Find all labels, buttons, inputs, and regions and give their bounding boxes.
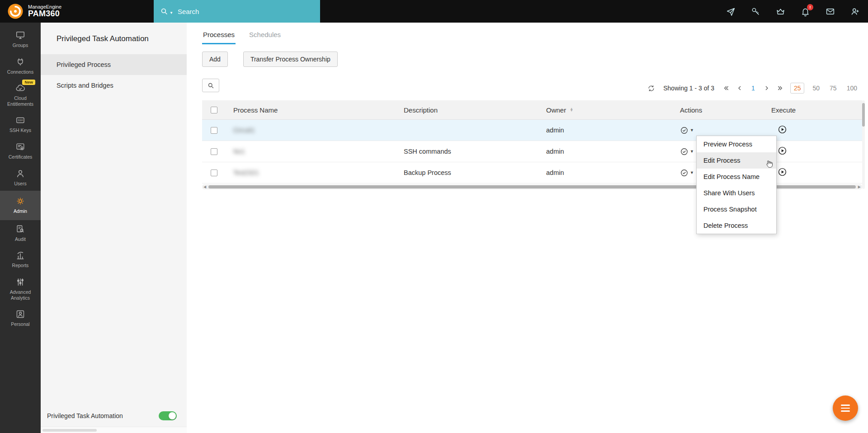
send-icon[interactable] bbox=[726, 7, 736, 16]
main-content: Processes Schedules Add Transfer Process… bbox=[187, 23, 868, 433]
toggle-knob bbox=[169, 412, 176, 419]
sidebar-item-label: Audit bbox=[15, 236, 26, 242]
sidebar-item-label: Personal bbox=[11, 321, 29, 327]
bar-chart-icon bbox=[15, 250, 25, 260]
select-all-checkbox[interactable] bbox=[211, 107, 217, 113]
process-owner: admin bbox=[539, 169, 673, 176]
search-icon bbox=[208, 82, 214, 89]
feature-toggle[interactable] bbox=[159, 411, 177, 420]
tab-bar: Processes Schedules bbox=[202, 27, 282, 44]
user-add-icon[interactable] bbox=[850, 7, 860, 16]
search-input[interactable] bbox=[178, 8, 314, 15]
sidebar-item-admin[interactable]: Admin bbox=[0, 191, 41, 220]
hamburger-icon bbox=[841, 405, 850, 406]
process-owner: admin bbox=[539, 127, 673, 134]
topbar: ManageEngine PAM360 ▼ ! bbox=[0, 0, 868, 23]
page-size-100[interactable]: 100 bbox=[845, 83, 859, 93]
floating-menu-button[interactable] bbox=[833, 395, 858, 421]
process-description: SSH commands bbox=[396, 148, 539, 155]
gear-icon bbox=[15, 196, 25, 206]
refresh-icon[interactable] bbox=[647, 85, 655, 92]
sidebar-item-cloud-entitlements[interactable]: New Cloud Entitlements bbox=[0, 79, 41, 111]
notifications-icon[interactable]: ! bbox=[801, 7, 810, 16]
play-circle-icon bbox=[778, 146, 787, 155]
row-actions-context-menu: Preview Process Edit Process Edit Proces… bbox=[696, 136, 777, 234]
execute-button[interactable] bbox=[764, 146, 862, 157]
first-page-icon[interactable] bbox=[722, 85, 730, 92]
brand[interactable]: ManageEngine PAM360 bbox=[0, 0, 154, 23]
page-size-25[interactable]: 25 bbox=[790, 83, 805, 94]
actions-check-circle-icon bbox=[680, 169, 689, 177]
actions-caret-icon: ▼ bbox=[690, 149, 694, 154]
sidebar-item-groups[interactable]: Groups bbox=[0, 26, 41, 53]
key-icon[interactable] bbox=[751, 7, 760, 16]
transfer-process-ownership-button[interactable]: Transfer Process Ownership bbox=[243, 52, 338, 67]
execute-button[interactable] bbox=[764, 125, 862, 136]
sidebar-item-label: Connections bbox=[7, 69, 33, 75]
next-page-icon[interactable] bbox=[763, 85, 770, 92]
sidebar-item-advanced-analytics[interactable]: Advanced Analytics bbox=[0, 273, 41, 305]
menu-item-delete-process[interactable]: Delete Process bbox=[697, 217, 776, 234]
menu-item-preview-process[interactable]: Preview Process bbox=[697, 136, 776, 152]
row-checkbox[interactable] bbox=[211, 169, 217, 176]
page-size-50[interactable]: 50 bbox=[811, 83, 821, 93]
column-header-execute: Execute bbox=[764, 106, 862, 114]
vertical-scrollbar[interactable] bbox=[862, 100, 865, 189]
row-checkbox[interactable] bbox=[211, 148, 217, 155]
menu-item-edit-process[interactable]: Edit Process bbox=[697, 152, 776, 169]
secondary-panel: Privileged Task Automation Privileged Pr… bbox=[41, 23, 187, 433]
toolbar: Add Transfer Process Ownership bbox=[202, 52, 338, 67]
table-header-row: Process Name Description Owner ▲▼ Action… bbox=[202, 100, 862, 120]
mail-icon[interactable] bbox=[826, 7, 835, 16]
menu-item-share-with-users[interactable]: Share With Users bbox=[697, 185, 776, 201]
vertical-scrollbar-thumb[interactable] bbox=[862, 103, 865, 127]
sidebar-item-ssh-keys[interactable]: SSH SSH Keys bbox=[0, 111, 41, 138]
sidebar-item-connections[interactable]: Connections bbox=[0, 53, 41, 80]
pagination-bar: Showing 1 - 3 of 3 1 25 50 75 100 bbox=[647, 81, 859, 95]
sidebar-item-users[interactable]: Users bbox=[0, 165, 41, 191]
audit-icon bbox=[15, 224, 25, 234]
column-header-actions: Actions bbox=[673, 106, 764, 114]
last-page-icon[interactable] bbox=[777, 85, 784, 92]
table-search-button[interactable] bbox=[202, 79, 219, 92]
panel-scrollbar-thumb[interactable] bbox=[42, 429, 97, 432]
search-icon bbox=[160, 7, 169, 16]
menu-item-process-snapshot[interactable]: Process Snapshot bbox=[697, 201, 776, 217]
scroll-right-icon[interactable]: ▶ bbox=[858, 184, 861, 189]
play-circle-icon bbox=[778, 167, 787, 177]
global-search-bar: ▼ bbox=[154, 0, 320, 23]
panel-item-scripts-and-bridges[interactable]: Scripts and Bridges bbox=[41, 75, 187, 96]
sidebar-item-certificates[interactable]: Certificates bbox=[0, 138, 41, 165]
panel-title: Privileged Task Automation bbox=[41, 23, 187, 54]
tab-processes[interactable]: Processes bbox=[202, 27, 236, 44]
page-size-75[interactable]: 75 bbox=[828, 83, 839, 93]
menu-item-edit-process-name[interactable]: Edit Process Name bbox=[697, 169, 776, 185]
sidebar-item-reports[interactable]: Reports bbox=[0, 246, 41, 273]
row-actions-menu-button[interactable]: ▼ bbox=[673, 126, 764, 135]
scroll-left-icon[interactable]: ◀ bbox=[203, 184, 206, 189]
sidebar-item-audit[interactable]: Audit bbox=[0, 220, 41, 247]
process-owner: admin bbox=[539, 148, 673, 155]
process-description: Backup Process bbox=[396, 169, 539, 176]
row-checkbox[interactable] bbox=[211, 127, 217, 134]
column-header-owner: Owner ▲▼ bbox=[539, 106, 673, 114]
crown-icon[interactable] bbox=[776, 7, 785, 16]
sort-icon[interactable]: ▲▼ bbox=[570, 108, 573, 112]
process-name-redacted: No1 bbox=[233, 148, 245, 155]
sidebar-item-label: Advanced Analytics bbox=[1, 289, 39, 301]
add-button[interactable]: Add bbox=[202, 52, 228, 67]
panel-scrollbar[interactable] bbox=[41, 427, 187, 433]
sidebar-item-label: Cloud Entitlements bbox=[1, 95, 39, 107]
search-scope-caret-icon[interactable]: ▼ bbox=[170, 11, 173, 15]
feature-toggle-label: Privileged Task Automation bbox=[47, 412, 123, 419]
panel-item-privileged-process[interactable]: Privileged Process bbox=[41, 54, 187, 75]
previous-page-icon[interactable] bbox=[736, 85, 743, 92]
tab-schedules[interactable]: Schedules bbox=[248, 27, 282, 44]
current-page-number[interactable]: 1 bbox=[750, 85, 757, 92]
execute-button[interactable] bbox=[764, 167, 862, 179]
column-header-description: Description bbox=[396, 106, 539, 114]
sidebar-item-personal[interactable]: Personal bbox=[0, 305, 41, 332]
pam360-app-window: ManageEngine PAM360 ▼ ! bbox=[0, 0, 868, 433]
user-icon bbox=[15, 169, 25, 179]
actions-check-circle-icon bbox=[680, 147, 689, 156]
